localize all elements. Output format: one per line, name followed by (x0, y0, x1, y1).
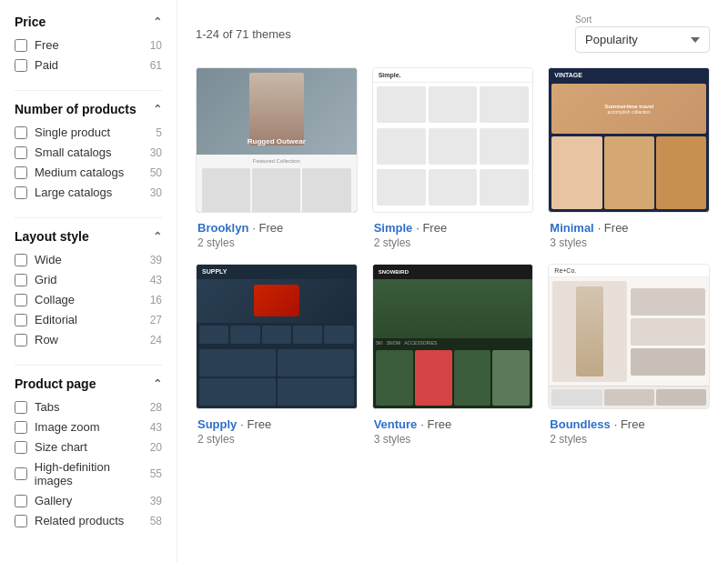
filter-item-wide: Wide 39 (15, 253, 162, 266)
theme-card-minimal[interactable]: VINTAGE Summertime travel accomplish col… (548, 67, 710, 249)
gallery-label[interactable]: Gallery (35, 494, 72, 507)
medium-checkbox[interactable] (15, 166, 27, 179)
editorial-label[interactable]: Editorial (35, 313, 77, 326)
venture-name-price: Venture · Free (374, 416, 532, 431)
filter-item-medium: Medium catalogs 50 (15, 166, 162, 179)
simple-name[interactable]: Simple (374, 221, 413, 235)
simple-info: Simple · Free 2 styles (372, 220, 534, 249)
filter-item-grid: Grid 43 (15, 273, 162, 286)
tabs-checkbox[interactable] (15, 401, 27, 414)
high-def-label[interactable]: High-definition images (35, 460, 150, 487)
collage-checkbox[interactable] (15, 294, 27, 306)
wide-checkbox[interactable] (15, 254, 27, 266)
venture-nav-ski: SKI (376, 340, 383, 346)
boundless-side-2 (631, 318, 705, 346)
brooklyn-hero-text: Rugged Outwear (248, 137, 306, 146)
venture-nav: SNOWBIRD (373, 265, 533, 279)
large-count: 30 (150, 186, 162, 199)
venture-price: Free (427, 417, 451, 431)
minimal-price-sep: · (598, 221, 604, 235)
venture-prod-4 (492, 350, 530, 406)
brooklyn-name[interactable]: Brooklyn (197, 221, 248, 235)
size-chart-checkbox[interactable] (15, 441, 27, 454)
venture-prod-1 (376, 350, 413, 406)
collage-label[interactable]: Collage (35, 293, 75, 306)
boundless-nav: Re+Co. (549, 265, 709, 277)
large-label[interactable]: Large catalogs (35, 186, 112, 199)
num-products-filter-header: Number of products ⌃ (15, 102, 162, 116)
theme-card-boundless[interactable]: Re+Co. (548, 264, 710, 446)
divider-3 (15, 365, 162, 366)
layout-filter-label: Layout style (15, 229, 89, 244)
filter-item-related: Related products 58 (15, 514, 162, 527)
small-label[interactable]: Small catalogs (35, 146, 112, 159)
simple-prod-5 (429, 128, 478, 165)
gallery-checkbox[interactable] (15, 495, 27, 507)
filter-item-image-zoom: Image zoom 43 (15, 420, 162, 434)
row-label[interactable]: Row (35, 333, 58, 346)
paid-label[interactable]: Paid (35, 58, 58, 72)
large-checkbox[interactable] (15, 186, 27, 199)
grid-label[interactable]: Grid (35, 273, 57, 286)
supply-brand: SUPPLY (202, 268, 227, 275)
related-label[interactable]: Related products (35, 514, 124, 527)
related-checkbox[interactable] (15, 515, 27, 527)
wide-label[interactable]: Wide (35, 253, 62, 266)
minimal-hero-sub: accomplish collection (604, 109, 653, 115)
medium-label[interactable]: Medium catalogs (35, 166, 124, 179)
theme-card-brooklyn[interactable]: Rugged Outwear Featured Collection (196, 67, 358, 249)
minimal-prod-2 (604, 136, 654, 209)
free-label[interactable]: Free (35, 38, 59, 52)
boundless-thumbnail: Re+Co. (548, 264, 710, 409)
product-page-filter-section: Product page ⌃ Tabs 28 Image zoom 43 (15, 376, 162, 527)
editorial-count: 27 (150, 314, 162, 326)
image-zoom-label[interactable]: Image zoom (35, 420, 100, 434)
boundless-price-sep: · (614, 417, 621, 431)
minimal-product-grid (551, 136, 706, 209)
related-count: 58 (150, 515, 162, 527)
single-checkbox[interactable] (15, 126, 27, 139)
num-products-filter-label: Number of products (15, 102, 136, 116)
supply-name-price: Supply · Free (197, 416, 356, 431)
main-header: 1-24 of 71 themes Sort Popularity Newest… (196, 15, 710, 53)
size-chart-label[interactable]: Size chart (35, 440, 87, 454)
brooklyn-prod-2 (252, 168, 300, 213)
theme-card-supply[interactable]: SUPPLY (196, 264, 358, 446)
venture-name[interactable]: Venture (374, 417, 418, 431)
layout-filter-header: Layout style ⌃ (15, 229, 162, 244)
editorial-checkbox[interactable] (15, 314, 27, 326)
grid-checkbox[interactable] (15, 274, 27, 286)
supply-nav: SUPPLY (197, 265, 357, 279)
sort-select[interactable]: Popularity Newest Price: Low to High Pri… (575, 26, 710, 53)
venture-nav-acc: ACCESSORIES (404, 340, 437, 346)
paid-checkbox[interactable] (15, 59, 27, 72)
row-checkbox[interactable] (15, 334, 27, 346)
simple-prod-7 (377, 169, 426, 206)
image-zoom-checkbox[interactable] (15, 421, 27, 434)
supply-prod-4 (278, 378, 354, 406)
simple-nav: Simple. (373, 68, 533, 83)
free-checkbox[interactable] (15, 39, 27, 52)
simple-price: Free (422, 221, 447, 235)
boundless-name[interactable]: Boundless (550, 417, 610, 431)
supply-name[interactable]: Supply (197, 417, 237, 431)
single-label[interactable]: Single product (35, 125, 110, 139)
simple-name-price: Simple · Free (374, 220, 532, 235)
minimal-name[interactable]: Minimal (550, 221, 593, 235)
boundless-content (549, 277, 709, 386)
venture-prod-2 (415, 350, 452, 406)
theme-card-simple[interactable]: Simple. S (372, 67, 534, 249)
tabs-label[interactable]: Tabs (35, 400, 59, 414)
venture-nav-snow: SNOW (387, 340, 401, 346)
small-checkbox[interactable] (15, 146, 27, 159)
supply-styles: 2 styles (197, 433, 356, 446)
supply-hero (197, 279, 357, 323)
sort-label: Sort (575, 15, 710, 25)
filter-item-collage: Collage 16 (15, 293, 162, 306)
high-def-count: 55 (150, 467, 162, 480)
minimal-name-price: Minimal · Free (550, 220, 708, 235)
filter-item-editorial: Editorial 27 (15, 313, 162, 326)
theme-card-venture[interactable]: SNOWBIRD ADVENTURE THIS WAY SKI SNOW ACC… (372, 264, 534, 446)
high-def-checkbox[interactable] (15, 467, 27, 480)
simple-prod-1 (377, 86, 426, 123)
